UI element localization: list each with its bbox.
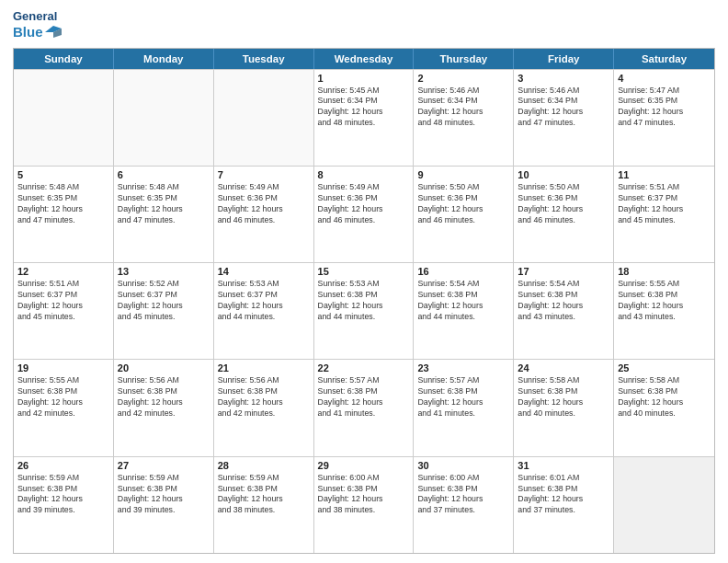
cell-daylight-info: Sunrise: 5:52 AM Sunset: 6:37 PM Dayligh… [118,279,210,323]
cell-daylight-info: Sunrise: 6:01 AM Sunset: 6:38 PM Dayligh… [518,473,609,517]
calendar-cell: 15Sunrise: 5:53 AM Sunset: 6:38 PM Dayli… [314,263,415,359]
calendar-cell [14,70,114,166]
cell-daylight-info: Sunrise: 5:58 AM Sunset: 6:38 PM Dayligh… [518,375,609,419]
cell-daylight-info: Sunrise: 5:54 AM Sunset: 6:38 PM Dayligh… [417,279,509,323]
calendar-cell: 27Sunrise: 5:59 AM Sunset: 6:38 PM Dayli… [114,457,214,553]
calendar-row: 1Sunrise: 5:45 AM Sunset: 6:34 PM Daylig… [14,69,714,166]
day-number: 12 [17,266,109,277]
cell-daylight-info: Sunrise: 5:49 AM Sunset: 6:36 PM Dayligh… [218,182,310,226]
cell-daylight-info: Sunrise: 5:53 AM Sunset: 6:37 PM Dayligh… [218,279,310,323]
calendar-cell: 28Sunrise: 5:59 AM Sunset: 6:38 PM Dayli… [214,457,314,553]
calendar-cell: 10Sunrise: 5:50 AM Sunset: 6:36 PM Dayli… [514,167,614,262]
day-number: 20 [118,362,210,373]
calendar-row: 5Sunrise: 5:48 AM Sunset: 6:35 PM Daylig… [14,166,714,262]
cell-daylight-info: Sunrise: 5:51 AM Sunset: 6:37 PM Dayligh… [17,279,109,323]
day-number: 1 [318,73,410,84]
logo-text: General Blue [13,9,62,40]
logo: General Blue [13,9,62,40]
calendar-cell [614,457,714,553]
calendar-cell: 14Sunrise: 5:53 AM Sunset: 6:37 PM Dayli… [214,263,314,359]
day-number: 22 [318,362,410,373]
calendar-cell: 20Sunrise: 5:56 AM Sunset: 6:38 PM Dayli… [114,360,214,455]
calendar-cell: 16Sunrise: 5:54 AM Sunset: 6:38 PM Dayli… [414,263,514,359]
day-number: 13 [118,266,210,277]
calendar-cell: 2Sunrise: 5:46 AM Sunset: 6:34 PM Daylig… [414,70,514,166]
cell-daylight-info: Sunrise: 5:58 AM Sunset: 6:38 PM Dayligh… [618,375,711,419]
day-number: 9 [417,169,509,180]
calendar-cell: 1Sunrise: 5:45 AM Sunset: 6:34 PM Daylig… [314,70,415,166]
cell-daylight-info: Sunrise: 5:57 AM Sunset: 6:38 PM Dayligh… [417,375,509,419]
calendar-cell: 12Sunrise: 5:51 AM Sunset: 6:37 PM Dayli… [14,263,114,359]
cell-daylight-info: Sunrise: 5:59 AM Sunset: 6:38 PM Dayligh… [218,473,310,517]
cell-daylight-info: Sunrise: 5:47 AM Sunset: 6:35 PM Dayligh… [618,86,711,130]
cell-daylight-info: Sunrise: 5:59 AM Sunset: 6:38 PM Dayligh… [17,473,109,517]
calendar-cell: 3Sunrise: 5:46 AM Sunset: 6:34 PM Daylig… [514,70,614,166]
calendar: SundayMondayTuesdayWednesdayThursdayFrid… [13,48,715,554]
calendar-cell: 4Sunrise: 5:47 AM Sunset: 6:35 PM Daylig… [614,70,714,166]
cell-daylight-info: Sunrise: 5:50 AM Sunset: 6:36 PM Dayligh… [518,182,609,226]
calendar-cell: 22Sunrise: 5:57 AM Sunset: 6:38 PM Dayli… [314,360,415,455]
cell-daylight-info: Sunrise: 5:55 AM Sunset: 6:38 PM Dayligh… [17,375,109,419]
cell-daylight-info: Sunrise: 5:50 AM Sunset: 6:36 PM Dayligh… [417,182,509,226]
weekday-header: Friday [514,49,614,69]
calendar-cell: 25Sunrise: 5:58 AM Sunset: 6:38 PM Dayli… [614,360,714,455]
day-number: 4 [618,73,711,84]
day-number: 25 [618,362,711,373]
cell-daylight-info: Sunrise: 5:48 AM Sunset: 6:35 PM Dayligh… [17,182,109,226]
day-number: 30 [417,460,509,471]
calendar-cell: 19Sunrise: 5:55 AM Sunset: 6:38 PM Dayli… [14,360,114,455]
calendar-row: 12Sunrise: 5:51 AM Sunset: 6:37 PM Dayli… [14,262,714,359]
day-number: 6 [118,169,210,180]
cell-daylight-info: Sunrise: 5:56 AM Sunset: 6:38 PM Dayligh… [218,375,310,419]
weekday-header: Saturday [614,49,714,69]
calendar-cell: 18Sunrise: 5:55 AM Sunset: 6:38 PM Dayli… [614,263,714,359]
calendar-cell [214,70,314,166]
cell-daylight-info: Sunrise: 5:56 AM Sunset: 6:38 PM Dayligh… [118,375,210,419]
calendar-cell [114,70,214,166]
day-number: 10 [518,169,609,180]
cell-daylight-info: Sunrise: 5:59 AM Sunset: 6:38 PM Dayligh… [118,473,210,517]
weekday-header: Monday [114,49,214,69]
cell-daylight-info: Sunrise: 6:00 AM Sunset: 6:38 PM Dayligh… [318,473,410,517]
logo-bird-icon [45,26,62,39]
day-number: 27 [118,460,210,471]
cell-daylight-info: Sunrise: 6:00 AM Sunset: 6:38 PM Dayligh… [417,473,509,517]
calendar-row: 26Sunrise: 5:59 AM Sunset: 6:38 PM Dayli… [14,456,714,553]
day-number: 7 [218,169,310,180]
day-number: 28 [218,460,310,471]
calendar-cell: 11Sunrise: 5:51 AM Sunset: 6:37 PM Dayli… [614,167,714,262]
day-number: 17 [518,266,609,277]
day-number: 16 [417,266,509,277]
calendar-cell: 30Sunrise: 6:00 AM Sunset: 6:38 PM Dayli… [414,457,514,553]
weekday-header: Sunday [14,49,114,69]
cell-daylight-info: Sunrise: 5:45 AM Sunset: 6:34 PM Dayligh… [318,86,410,130]
calendar-cell: 29Sunrise: 6:00 AM Sunset: 6:38 PM Dayli… [314,457,415,553]
cell-daylight-info: Sunrise: 5:48 AM Sunset: 6:35 PM Dayligh… [118,182,210,226]
calendar-cell: 8Sunrise: 5:49 AM Sunset: 6:36 PM Daylig… [314,167,415,262]
weekday-header: Wednesday [314,49,415,69]
weekday-header: Tuesday [214,49,314,69]
weekday-header: Thursday [414,49,514,69]
cell-daylight-info: Sunrise: 5:57 AM Sunset: 6:38 PM Dayligh… [318,375,410,419]
calendar-cell: 26Sunrise: 5:59 AM Sunset: 6:38 PM Dayli… [14,457,114,553]
calendar-cell: 9Sunrise: 5:50 AM Sunset: 6:36 PM Daylig… [414,167,514,262]
day-number: 11 [618,169,711,180]
calendar-cell: 21Sunrise: 5:56 AM Sunset: 6:38 PM Dayli… [214,360,314,455]
day-number: 8 [318,169,410,180]
cell-daylight-info: Sunrise: 5:49 AM Sunset: 6:36 PM Dayligh… [318,182,410,226]
cell-daylight-info: Sunrise: 5:55 AM Sunset: 6:38 PM Dayligh… [618,279,711,323]
cell-daylight-info: Sunrise: 5:54 AM Sunset: 6:38 PM Dayligh… [518,279,609,323]
day-number: 19 [17,362,109,373]
day-number: 31 [518,460,609,471]
cell-daylight-info: Sunrise: 5:51 AM Sunset: 6:37 PM Dayligh… [618,182,711,226]
day-number: 18 [618,266,711,277]
day-number: 5 [17,169,109,180]
day-number: 29 [318,460,410,471]
calendar-cell: 7Sunrise: 5:49 AM Sunset: 6:36 PM Daylig… [214,167,314,262]
page-header: General Blue [13,9,715,40]
cell-daylight-info: Sunrise: 5:53 AM Sunset: 6:38 PM Dayligh… [318,279,410,323]
day-number: 23 [417,362,509,373]
cell-daylight-info: Sunrise: 5:46 AM Sunset: 6:34 PM Dayligh… [417,86,509,130]
day-number: 26 [17,460,109,471]
day-number: 15 [318,266,410,277]
